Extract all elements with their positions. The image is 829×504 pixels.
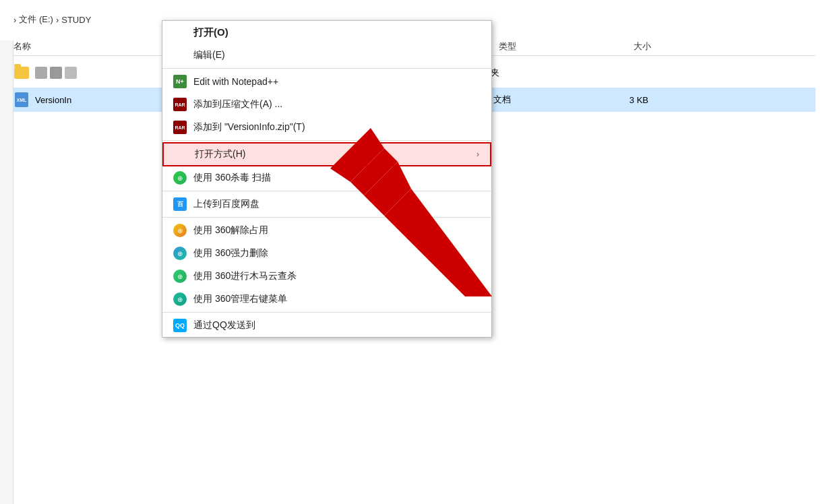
menu-item-360_release[interactable]: ⊕使用 360解除占用 bbox=[162, 219, 491, 242]
breadcrumb-arrow: › bbox=[13, 15, 16, 25]
menu-item-label: 上传到百度网盘 bbox=[193, 198, 481, 210]
menu-item-label: 使用 360解除占用 bbox=[193, 224, 481, 237]
winrar-icon: RAR bbox=[173, 121, 187, 134]
baidu-icon: 百 bbox=[173, 197, 187, 211]
menu-item-label: 使用 360强力删除 bbox=[193, 247, 481, 259]
menu-item-label: 打开方式(H) bbox=[195, 148, 470, 160]
menu-item-label: 打开(O) bbox=[193, 26, 481, 39]
menu-item-edit[interactable]: 编辑(E) bbox=[162, 44, 491, 67]
menu-item-open[interactable]: 打开(O) bbox=[162, 21, 491, 44]
menu-item-label: 添加到压缩文件(A) ... bbox=[193, 98, 481, 111]
menu-separator bbox=[162, 217, 491, 218]
menu-item-label: 通过QQ发送到 bbox=[193, 319, 481, 332]
address-bar: › 文件 (E:) › STUDY bbox=[13, 13, 91, 26]
360antivirus-icon: ⊕ bbox=[173, 171, 187, 185]
menu-item-open_with[interactable]: 打开方式(H)› bbox=[162, 142, 491, 166]
qq-icon: QQ bbox=[173, 319, 187, 332]
breadcrumb-study[interactable]: STUDY bbox=[61, 15, 91, 25]
menu-item-edit_notepadpp[interactable]: N+Edit with Notepad++ bbox=[162, 70, 491, 93]
menu-item-label: 添加到 "VersionInfo.zip"(T) bbox=[193, 121, 481, 133]
breadcrumb-drive[interactable]: 文件 (E:) bbox=[19, 13, 53, 26]
menu-separator bbox=[162, 191, 491, 191]
context-menu: 打开(O)编辑(E)N+Edit with Notepad++RAR添加到压缩文… bbox=[162, 20, 492, 338]
menu-item-label: 使用 360管理右键菜单 bbox=[193, 293, 481, 305]
menu-separator bbox=[162, 68, 491, 69]
file-size: 3 KB bbox=[581, 95, 648, 105]
folder-icon bbox=[13, 65, 30, 81]
breadcrumb-sep1: › bbox=[56, 15, 59, 25]
notepadpp-icon: N+ bbox=[173, 75, 187, 88]
menu-item-baidu_upload[interactable]: 百上传到百度网盘 bbox=[162, 193, 491, 216]
col-header-type[interactable]: 类型 bbox=[499, 40, 634, 53]
menu-item-label: 编辑(E) bbox=[193, 49, 481, 61]
menu-item-360_trojan[interactable]: ⊕使用 360进行木马云查杀 bbox=[162, 265, 491, 288]
360greenplus-icon: ⊕ bbox=[173, 292, 187, 306]
menu-item-360_manage[interactable]: ⊕使用 360管理右键菜单 bbox=[162, 288, 491, 311]
360blue-icon: ⊕ bbox=[173, 247, 187, 260]
menu-separator bbox=[162, 312, 491, 313]
col-header-size[interactable]: 大小 bbox=[634, 40, 701, 53]
menu-item-qq_send[interactable]: QQ通过QQ发送到 bbox=[162, 314, 491, 337]
menu-item-add_zip[interactable]: RAR添加到 "VersionInfo.zip"(T) bbox=[162, 116, 491, 139]
360green-icon: ⊕ bbox=[173, 270, 187, 283]
menu-item-360_force_delete[interactable]: ⊕使用 360强力删除 bbox=[162, 242, 491, 265]
winrar-icon: RAR bbox=[173, 98, 187, 111]
menu-item-add_compress[interactable]: RAR添加到压缩文件(A) ... bbox=[162, 93, 491, 116]
menu-separator bbox=[162, 140, 491, 141]
xml-file-icon: XML bbox=[13, 92, 30, 108]
left-panel bbox=[0, 40, 13, 504]
menu-item-label: 使用 360杀毒 扫描 bbox=[193, 172, 481, 184]
menu-item-scan_360[interactable]: ⊕使用 360杀毒 扫描 bbox=[162, 166, 491, 189]
360yellow-icon: ⊕ bbox=[173, 224, 187, 237]
submenu-arrow-icon: › bbox=[477, 150, 479, 159]
menu-item-label: Edit with Notepad++ bbox=[193, 76, 481, 87]
menu-item-label: 使用 360进行木马云查杀 bbox=[193, 270, 481, 282]
